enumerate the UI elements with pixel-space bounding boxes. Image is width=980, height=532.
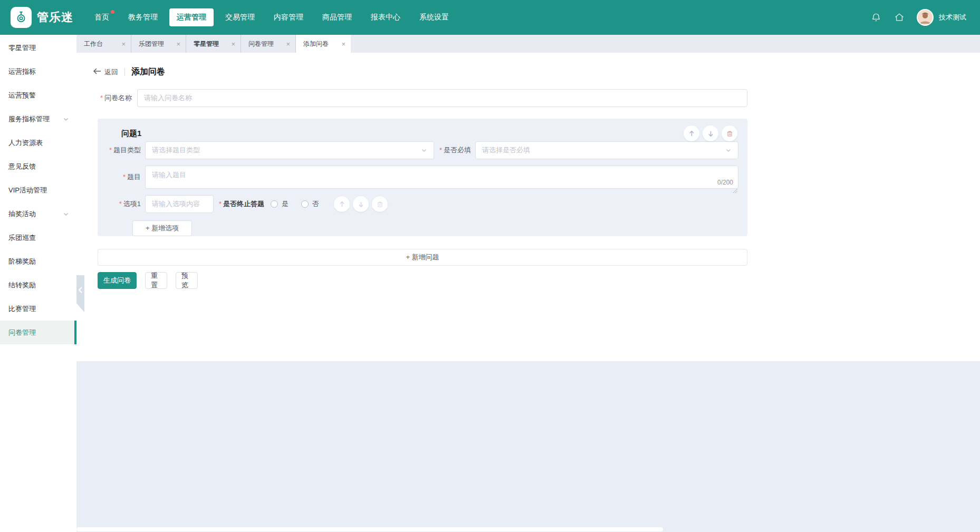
nav-item-goods[interactable]: 商品管理 xyxy=(315,8,359,26)
horizontal-scrollbar[interactable] xyxy=(76,527,663,531)
delete-question-button[interactable] xyxy=(722,125,737,141)
page-title: 添加问卷 xyxy=(131,66,165,78)
add-question-button[interactable]: + 新增问题 xyxy=(98,249,747,266)
sidebar-item-service-metrics[interactable]: 服务指标管理 xyxy=(0,107,76,131)
tab-questionnaire-management[interactable]: 问卷管理× xyxy=(241,35,296,53)
chevron-down-icon xyxy=(63,211,69,217)
chevron-down-icon xyxy=(63,116,69,122)
main-area: 工作台× 乐团管理× 零星管理× 问卷管理× 添加问卷× 返回 添加问卷 *问卷… xyxy=(76,35,980,532)
tab-band-management[interactable]: 乐团管理× xyxy=(131,35,186,53)
terminate-yes-radio[interactable]: 是 xyxy=(271,199,289,209)
bell-icon[interactable] xyxy=(870,12,882,23)
questionnaire-name-row: *问卷名称 请输入问卷名称 xyxy=(98,89,747,107)
brand-logo xyxy=(11,7,32,28)
question-actions xyxy=(684,125,737,141)
option-row: *选项1 请输入选项内容 *是否终止答题 是 否 xyxy=(108,195,738,213)
chevron-down-icon xyxy=(725,147,732,153)
nav-item-home[interactable]: 首页 xyxy=(87,8,117,26)
main-menu: 首页 教务管理 运营管理 交易管理 内容管理 商品管理 报表中心 系统设置 xyxy=(87,8,456,26)
sidebar-item-tier-reward[interactable]: 阶梯奖励 xyxy=(0,249,76,273)
sidebar-item-questionnaire[interactable]: 问卷管理 xyxy=(0,321,76,344)
avatar[interactable] xyxy=(917,9,934,26)
sidebar-item-band-inspection[interactable]: 乐团巡查 xyxy=(0,226,76,249)
notification-dot xyxy=(111,10,114,14)
option-label: 选项1 xyxy=(123,200,141,208)
terminate-radio-group: 是 否 xyxy=(271,199,319,209)
top-navbar: 管乐迷 首页 教务管理 运营管理 交易管理 内容管理 商品管理 报表中心 系统设… xyxy=(0,0,980,35)
navbar-right: 技术测试 xyxy=(870,9,966,26)
move-question-up-button[interactable] xyxy=(684,125,699,141)
brand-name: 管乐迷 xyxy=(37,9,73,25)
required-label: 是否必填 xyxy=(444,146,471,154)
nav-item-reports[interactable]: 报表中心 xyxy=(363,8,408,26)
close-icon[interactable]: × xyxy=(341,41,345,47)
sidebar-item-vip-activity[interactable]: VIP活动管理 xyxy=(0,178,76,202)
close-icon[interactable]: × xyxy=(286,41,290,47)
divider xyxy=(124,68,125,76)
sidebar-item-feedback[interactable]: 意见反馈 xyxy=(0,154,76,178)
preview-button[interactable]: 预览 xyxy=(176,272,198,289)
nav-item-operations[interactable]: 运营管理 xyxy=(169,8,214,26)
sidebar-item-transfer-reward[interactable]: 结转奖励 xyxy=(0,273,76,297)
required-select[interactable]: 请选择是否必填 xyxy=(475,141,738,159)
option-actions xyxy=(334,196,388,212)
close-icon[interactable]: × xyxy=(176,41,180,47)
tab-lingxing-management[interactable]: 零星管理× xyxy=(186,35,241,53)
generate-questionnaire-button[interactable]: 生成问卷 xyxy=(98,272,137,289)
question-type-label: 题目类型 xyxy=(113,146,141,154)
question-title: 问题1 xyxy=(121,125,738,141)
username[interactable]: 技术测试 xyxy=(939,13,966,22)
nav-item-trade[interactable]: 交易管理 xyxy=(218,8,262,26)
sidebar-item-yunying-zhibiao[interactable]: 运营指标 xyxy=(0,60,76,83)
radio-icon xyxy=(301,200,309,208)
char-counter: 0/200 xyxy=(717,179,733,186)
option-content-input[interactable]: 请输入选项内容 xyxy=(145,195,214,213)
delete-option-button[interactable] xyxy=(372,196,388,212)
reset-button[interactable]: 重置 xyxy=(145,272,167,289)
tab-workbench[interactable]: 工作台× xyxy=(76,35,131,53)
page-content: 返回 添加问卷 *问卷名称 请输入问卷名称 问题1 xyxy=(76,53,980,361)
question-text-textarea[interactable]: 请输入题目 xyxy=(145,166,738,189)
terminate-label: 是否终止答题 xyxy=(223,200,264,208)
page-header: 返回 添加问卷 xyxy=(93,66,980,78)
nav-item-content[interactable]: 内容管理 xyxy=(266,8,311,26)
sidebar-item-yunying-yujing[interactable]: 运营预警 xyxy=(0,83,76,107)
questionnaire-name-input[interactable]: 请输入问卷名称 xyxy=(137,89,747,107)
form-actions: 生成问卷 重置 预览 xyxy=(98,272,980,289)
chevron-down-icon xyxy=(421,147,427,153)
question-card: 问题1 *题目类型 请选择题目类型 xyxy=(98,119,747,236)
question-type-select[interactable]: 请选择题目类型 xyxy=(145,141,434,159)
question-text-row: *题目 请输入题目 0/200 xyxy=(108,166,738,189)
sidebar-item-lottery[interactable]: 抽奖活动 xyxy=(0,202,76,226)
sidebar: 零星管理 运营指标 运营预警 服务指标管理 人力资源表 意见反馈 VIP活动管理… xyxy=(0,35,76,532)
terminate-no-radio[interactable]: 否 xyxy=(301,199,319,209)
close-icon[interactable]: × xyxy=(121,41,126,47)
add-option-button[interactable]: + 新增选项 xyxy=(132,220,192,236)
question-text-label: 题目 xyxy=(127,173,141,181)
tab-add-questionnaire[interactable]: 添加问卷× xyxy=(296,35,351,53)
sidebar-item-competition[interactable]: 比赛管理 xyxy=(0,297,76,321)
tab-bar: 工作台× 乐团管理× 零星管理× 问卷管理× 添加问卷× xyxy=(76,35,980,53)
questionnaire-name-label: 问卷名称 xyxy=(104,94,132,102)
home-icon[interactable] xyxy=(893,12,905,23)
nav-item-academic[interactable]: 教务管理 xyxy=(121,8,165,26)
move-option-up-button[interactable] xyxy=(334,196,350,212)
instrument-logo-icon xyxy=(14,10,28,25)
back-arrow-icon xyxy=(93,68,101,76)
move-question-down-button[interactable] xyxy=(703,125,718,141)
back-button[interactable]: 返回 xyxy=(93,67,118,77)
close-icon[interactable]: × xyxy=(231,41,235,47)
sidebar-item-hr-table[interactable]: 人力资源表 xyxy=(0,131,76,154)
move-option-down-button[interactable] xyxy=(353,196,369,212)
radio-icon xyxy=(271,200,278,208)
question-type-row: *题目类型 请选择题目类型 *是否必填 请选择是否必填 xyxy=(108,141,738,159)
nav-item-settings[interactable]: 系统设置 xyxy=(412,8,456,26)
sidebar-item-lingxing[interactable]: 零星管理 xyxy=(0,36,76,60)
